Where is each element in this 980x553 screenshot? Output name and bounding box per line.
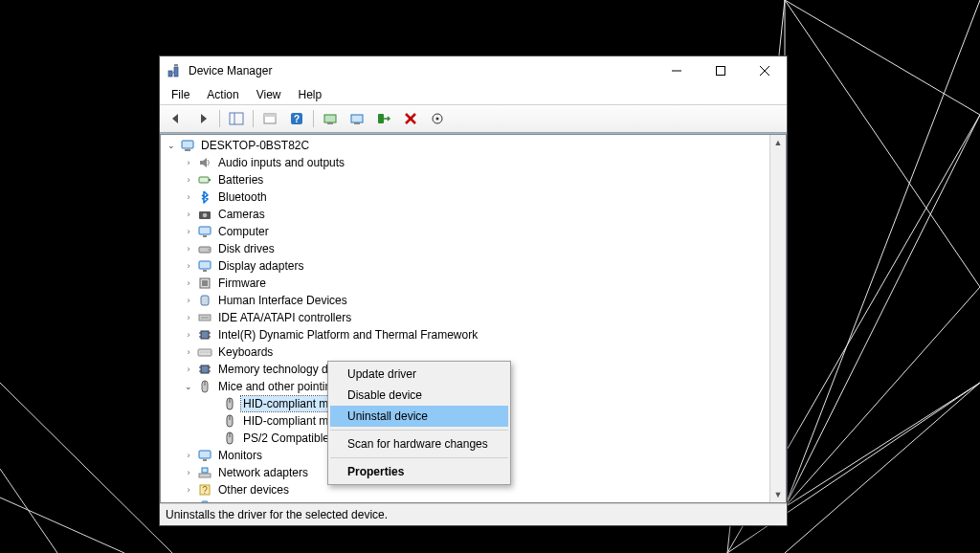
show-hide-tree-button[interactable] [224, 107, 249, 130]
context-menu-item[interactable]: Update driver [330, 364, 508, 385]
tree-node[interactable]: ›Cameras [161, 206, 770, 223]
svg-rect-5 [717, 67, 725, 76]
help-button[interactable]: ? [284, 107, 309, 130]
enable-device-button[interactable] [371, 107, 396, 130]
svg-rect-64 [203, 459, 207, 461]
node-label: Audio inputs and outputs [216, 155, 346, 170]
node-label: Disk drives [216, 241, 277, 256]
tree-node[interactable]: ›IDE ATA/ATAPI controllers [161, 309, 770, 326]
menu-view[interactable]: View [249, 86, 289, 103]
node-icon [197, 258, 212, 274]
svg-rect-8 [230, 113, 243, 124]
chevron-right-icon[interactable]: › [182, 261, 195, 271]
context-menu-item[interactable]: Properties [330, 461, 508, 482]
svg-rect-40 [201, 331, 209, 339]
node-icon [197, 189, 212, 205]
node-icon [197, 499, 212, 502]
chevron-right-icon[interactable]: › [182, 278, 195, 288]
node-label: Batteries [216, 172, 265, 188]
chevron-right-icon[interactable]: › [182, 485, 195, 495]
chevron-right-icon[interactable]: › [182, 468, 195, 477]
close-button[interactable] [743, 56, 787, 85]
vertical-scrollbar[interactable]: ▲ ▼ [769, 135, 786, 502]
properties-button[interactable] [257, 107, 282, 130]
tree-node[interactable]: ›Portable Devices [161, 498, 770, 502]
chevron-right-icon[interactable]: › [182, 158, 195, 167]
chevron-right-icon[interactable]: › [182, 347, 195, 357]
tree-node[interactable]: ›Computer [161, 223, 770, 240]
tree-node[interactable]: ›Display adapters [161, 257, 770, 275]
node-label: Cameras [216, 207, 267, 222]
chevron-right-icon[interactable]: › [182, 192, 195, 202]
uninstall-device-button[interactable] [398, 107, 423, 130]
toolbar: ? [160, 105, 787, 133]
chevron-right-icon[interactable]: › [182, 296, 195, 305]
chevron-right-icon[interactable]: › [182, 227, 195, 236]
node-label: Computer [216, 224, 271, 239]
back-button[interactable] [164, 107, 189, 130]
svg-rect-34 [203, 270, 207, 272]
svg-point-49 [209, 351, 210, 352]
chevron-down-icon[interactable]: ⌄ [165, 141, 178, 150]
minimize-button[interactable] [655, 56, 699, 85]
chevron-down-icon[interactable]: ⌄ [182, 382, 195, 391]
tree-node[interactable]: ›Keyboards [161, 343, 770, 361]
tree-node[interactable]: ›Disk drives [161, 240, 770, 257]
scan-hardware-button[interactable] [425, 107, 450, 130]
forward-button[interactable] [190, 107, 215, 130]
app-icon [167, 63, 183, 78]
tree-node[interactable]: ›Intel(R) Dynamic Platform and Thermal F… [161, 326, 770, 343]
tree-node[interactable]: ›Batteries [161, 171, 770, 188]
svg-rect-24 [185, 149, 190, 151]
svg-rect-33 [199, 261, 211, 269]
svg-rect-17 [354, 122, 360, 124]
node-icon [222, 396, 237, 411]
chevron-right-icon[interactable]: › [182, 330, 195, 340]
context-menu[interactable]: Update driverDisable deviceUninstall dev… [327, 361, 511, 485]
chevron-right-icon[interactable]: › [182, 210, 195, 219]
titlebar[interactable]: Device Manager [160, 56, 787, 85]
node-icon [222, 431, 237, 446]
node-icon [197, 241, 212, 256]
update-driver-button[interactable] [318, 107, 343, 130]
chevron-right-icon[interactable]: › [182, 313, 195, 322]
svg-rect-30 [203, 235, 207, 237]
chevron-right-icon[interactable]: › [182, 175, 195, 185]
svg-rect-15 [327, 122, 333, 124]
svg-rect-18 [378, 114, 384, 123]
tree-node[interactable]: ›Human Interface Devices [161, 292, 770, 309]
disable-device-button[interactable] [345, 107, 369, 130]
menu-action[interactable]: Action [199, 86, 246, 103]
context-menu-item[interactable]: Uninstall device [330, 406, 508, 427]
context-menu-item[interactable]: Disable device [330, 385, 508, 406]
node-label: Bluetooth [216, 189, 269, 205]
svg-rect-16 [351, 115, 363, 122]
maximize-button[interactable] [699, 56, 743, 85]
node-icon [197, 224, 212, 239]
node-icon [222, 413, 237, 429]
node-icon [197, 362, 212, 377]
scroll-up-arrow-icon[interactable]: ▲ [770, 135, 786, 150]
node-icon [197, 344, 212, 360]
statusbar-text: Uninstalls the driver for the selected d… [166, 508, 388, 521]
node-label: Portable Devices [216, 499, 307, 502]
node-label: Display adapters [216, 258, 305, 274]
statusbar: Uninstalls the driver for the selected d… [160, 503, 787, 525]
scroll-down-arrow-icon[interactable]: ▼ [770, 487, 786, 502]
chevron-right-icon[interactable]: › [182, 365, 195, 374]
tree-node[interactable]: ›Firmware [161, 275, 770, 292]
svg-rect-26 [209, 179, 211, 181]
chevron-right-icon[interactable]: › [182, 244, 195, 254]
menu-help[interactable]: Help [291, 86, 330, 103]
svg-rect-11 [264, 114, 276, 117]
node-label: Firmware [216, 276, 268, 291]
context-menu-item[interactable]: Scan for hardware changes [330, 433, 508, 454]
node-icon [180, 138, 195, 153]
tree-node[interactable]: ›Bluetooth [161, 188, 770, 206]
svg-text:?: ? [202, 485, 208, 496]
svg-rect-36 [202, 280, 208, 286]
menu-file[interactable]: File [164, 86, 197, 103]
tree-node[interactable]: ›Audio inputs and outputs [161, 154, 770, 171]
chevron-right-icon[interactable]: › [182, 451, 195, 460]
tree-node[interactable]: ⌄DESKTOP-0BST82C [161, 137, 770, 154]
